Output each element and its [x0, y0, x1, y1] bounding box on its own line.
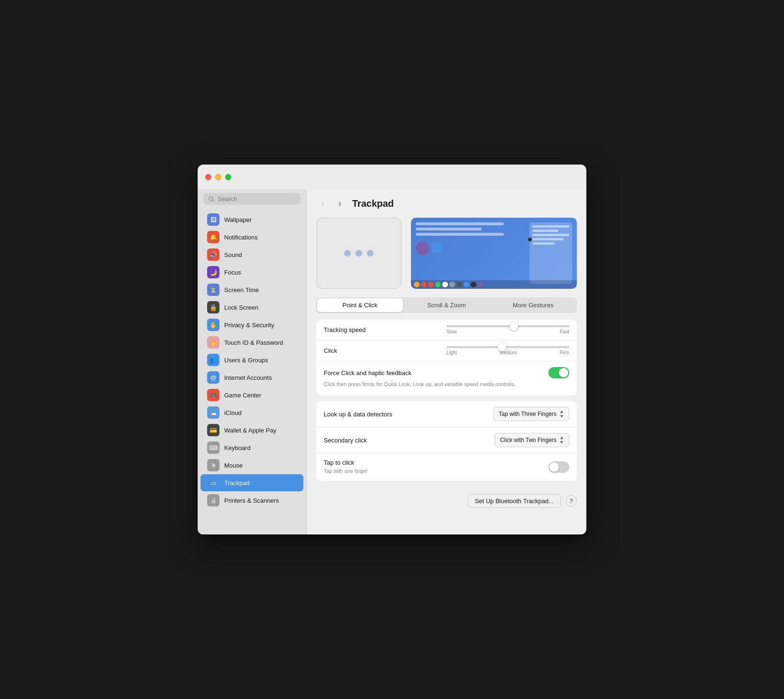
minimize-button[interactable] — [215, 174, 221, 180]
force-click-toggle[interactable] — [548, 367, 569, 378]
bottom-bar: Set Up Bluetooth Trackpad... ? — [316, 490, 577, 508]
settings-card-options: Look up & data detectors Tap with Three … — [316, 401, 577, 480]
tab-more-gestures[interactable]: More Gestures — [490, 298, 576, 312]
main-panel: ‹ › Trackpad — [307, 189, 586, 534]
color-bar — [411, 280, 577, 289]
close-button[interactable] — [205, 174, 211, 180]
tracking-speed-label: Tracking speed — [324, 326, 447, 333]
sidebar-label-privacy: Privacy & Security — [224, 322, 274, 329]
gamecenter-icon: 🎮 — [207, 389, 219, 401]
trackpad-dot-3 — [367, 250, 374, 257]
tap-to-click-toggle[interactable] — [548, 461, 569, 473]
tap-to-click-sub: Tap with one finger — [324, 468, 548, 475]
tracking-speed-row: Tracking speed Slow Fast — [316, 320, 577, 340]
trackpad-dots — [344, 250, 374, 257]
secondary-click-arrows: ▲▼ — [559, 435, 564, 445]
trackpad-preview — [316, 218, 401, 289]
sidebar-item-sound[interactable]: 🔊Sound — [201, 246, 303, 263]
sidebar-item-privacy[interactable]: ✋Privacy & Security — [201, 316, 303, 333]
lookup-select[interactable]: Tap with Three Fingers ▲▼ — [493, 407, 569, 421]
trackpad-icon: ▭ — [207, 477, 219, 489]
screen-preview — [411, 218, 577, 289]
help-button[interactable]: ? — [565, 495, 577, 506]
secondary-click-label: Secondary click — [324, 437, 495, 444]
screen-rect — [432, 242, 442, 252]
force-click-row: Force Click and haptic feedback Click th… — [316, 361, 577, 395]
screen-right-line-3 — [532, 234, 569, 236]
sidebar-label-mouse: Mouse — [224, 462, 243, 469]
settings-card-sliders: Tracking speed Slow Fast Click — [316, 320, 577, 395]
icloud-icon: ☁ — [207, 406, 219, 419]
sidebar-items-container: 🖼Wallpaper🔔Notifications🔊Sound🌙Focus⏳Scr… — [198, 211, 306, 509]
force-click-header: Force Click and haptic feedback — [324, 367, 569, 378]
sidebar-item-users[interactable]: 👥Users & Groups — [201, 351, 303, 368]
screen-line-2 — [416, 228, 482, 230]
search-box[interactable] — [203, 193, 301, 205]
force-click-toggle-thumb — [559, 368, 568, 377]
sidebar-item-touchid[interactable]: 👆Touch ID & Password — [201, 334, 303, 351]
force-click-label-block: Force Click and haptic feedback — [324, 369, 548, 377]
notifications-icon: 🔔 — [207, 231, 219, 243]
sidebar-item-screentime[interactable]: ⏳Screen Time — [201, 281, 303, 298]
preview-section — [316, 218, 577, 289]
sidebar-item-internet[interactable]: @Internet Accounts — [201, 369, 303, 386]
color-swatch-6 — [456, 282, 462, 287]
bluetooth-trackpad-button[interactable]: Set Up Bluetooth Trackpad... — [468, 494, 561, 508]
tap-to-click-toggle-thumb — [549, 462, 559, 472]
color-swatch-4 — [442, 282, 448, 287]
sidebar-item-notifications[interactable]: 🔔Notifications — [201, 229, 303, 246]
wallpaper-icon: 🖼 — [207, 213, 219, 226]
sidebar-item-keyboard[interactable]: ⌨Keyboard — [201, 439, 303, 456]
tracking-speed-fill — [447, 325, 514, 327]
screen-left — [416, 222, 526, 284]
lookup-label: Look up & data detectors — [324, 411, 493, 418]
click-thumb[interactable] — [498, 343, 506, 351]
tap-to-click-row: Tap to click Tap with one finger — [316, 453, 577, 480]
tabs-row: Point & ClickScroll & ZoomMore Gestures — [316, 297, 577, 313]
screen-right-line-1 — [532, 225, 569, 228]
tracking-speed-thumb[interactable] — [510, 322, 518, 331]
sidebar-item-trackpad[interactable]: ▭Trackpad — [201, 474, 303, 491]
back-button[interactable]: ‹ — [316, 197, 329, 210]
search-input[interactable] — [218, 195, 296, 202]
click-track[interactable] — [447, 346, 569, 348]
screen-right — [529, 222, 572, 284]
screen-line-1 — [416, 222, 504, 225]
maximize-button[interactable] — [225, 174, 231, 180]
click-slider-container: Light Medium Firm — [447, 346, 569, 355]
sidebar-item-printers[interactable]: 🖨Printers & Scanners — [201, 492, 303, 509]
wallet-icon: 💳 — [207, 424, 219, 436]
color-swatch-3 — [435, 282, 441, 287]
sidebar-item-mouse[interactable]: 🖱Mouse — [201, 457, 303, 474]
cursor-indicator — [528, 238, 532, 241]
tap-to-click-title: Tap to click — [324, 459, 548, 466]
color-swatch-9 — [478, 282, 483, 287]
color-swatch-0 — [414, 282, 419, 287]
sidebar-item-wallpaper[interactable]: 🖼Wallpaper — [201, 211, 303, 228]
sidebar: 🖼Wallpaper🔔Notifications🔊Sound🌙Focus⏳Scr… — [198, 189, 307, 534]
mouse-icon: 🖱 — [207, 459, 219, 471]
title-bar — [198, 165, 586, 189]
sidebar-item-lockscreen[interactable]: 🔒Lock Screen — [201, 299, 303, 316]
tracking-speed-track[interactable] — [447, 325, 569, 327]
sidebar-label-gamecenter: Game Center — [224, 392, 261, 399]
color-swatch-2 — [428, 282, 434, 287]
forward-button[interactable]: › — [333, 197, 346, 210]
tab-point-click[interactable]: Point & Click — [317, 298, 403, 312]
secondary-click-value: Click with Two Fingers — [500, 437, 556, 443]
printers-icon: 🖨 — [207, 494, 219, 506]
sidebar-item-gamecenter[interactable]: 🎮Game Center — [201, 386, 303, 404]
sidebar-item-icloud[interactable]: ☁iCloud — [201, 404, 303, 421]
sidebar-item-wallet[interactable]: 💳Wallet & Apple Pay — [201, 422, 303, 439]
color-swatch-8 — [471, 282, 476, 287]
sidebar-label-focus: Focus — [224, 269, 241, 276]
lookup-row: Look up & data detectors Tap with Three … — [316, 401, 577, 427]
tab-scroll-zoom[interactable]: Scroll & Zoom — [404, 298, 490, 312]
nav-header: ‹ › Trackpad — [316, 197, 577, 210]
sidebar-item-focus[interactable]: 🌙Focus — [201, 264, 303, 281]
color-swatch-5 — [449, 282, 455, 287]
secondary-click-select[interactable]: Click with Two Fingers ▲▼ — [495, 433, 569, 447]
color-swatch-1 — [421, 282, 427, 287]
force-click-title: Force Click and haptic feedback — [324, 369, 548, 377]
force-click-description: Click then press firmly for Quick Look, … — [324, 381, 515, 390]
